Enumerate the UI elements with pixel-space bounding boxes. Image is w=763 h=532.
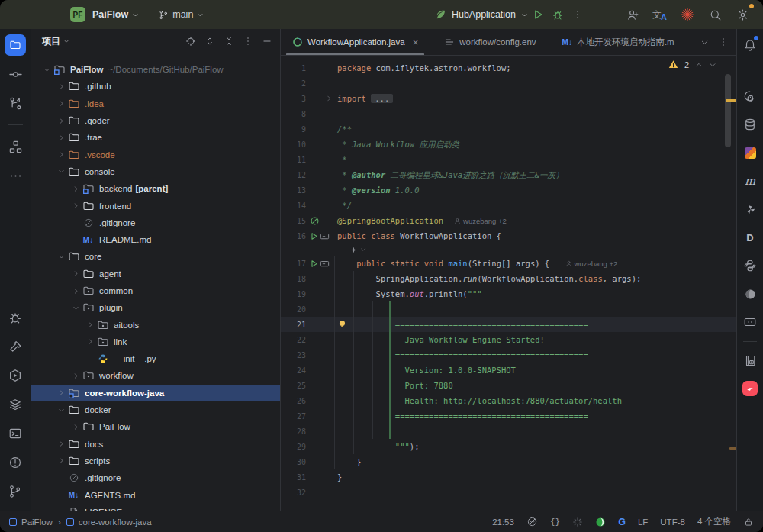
chevron-down-icon[interactable] (55, 253, 67, 260)
more-run-options-icon[interactable] (568, 5, 588, 24)
chevron-right-icon[interactable] (69, 185, 82, 192)
code-line[interactable]: 15@SpringBootApplicationwuzebang +2 (281, 213, 736, 228)
code-line[interactable]: 22 Java Workflow Engine Started! (281, 332, 736, 347)
tree-row[interactable]: docs (31, 436, 280, 453)
pull-requests-tool-icon[interactable] (5, 92, 26, 114)
tree-row[interactable]: common (31, 282, 280, 299)
breadcrumb-item[interactable]: core-workflow-java (66, 517, 152, 527)
code-line[interactable]: 25 Port: 7880 (281, 378, 736, 393)
chevron-right-icon[interactable] (69, 288, 82, 295)
code-line[interactable]: 31} (281, 469, 736, 485)
close-tab-icon[interactable]: × (413, 37, 419, 48)
author-hint[interactable]: wuzebang +2 (565, 260, 618, 268)
code-style-icon[interactable]: {} (550, 517, 560, 527)
tree-row[interactable]: scripts (31, 453, 280, 469)
intention-bulb-icon[interactable] (337, 319, 347, 329)
chevron-right-icon[interactable] (84, 321, 96, 328)
encoding[interactable]: UTF-8 (660, 517, 685, 527)
chevron-right-icon[interactable] (84, 338, 96, 345)
code-line[interactable]: 13 * @version 1.0.0 (281, 182, 736, 198)
tree-row[interactable]: core-workflow-java (31, 385, 280, 401)
code-line[interactable]: 27 =====================================… (281, 408, 736, 424)
code-line[interactable]: 21 =====================================… (281, 317, 736, 332)
chevron-down-icon[interactable] (40, 66, 53, 73)
python-packages-icon[interactable] (741, 256, 759, 275)
tree-row[interactable]: link (31, 334, 280, 350)
line-ending[interactable]: LF (638, 517, 648, 527)
chevron-down-icon[interactable] (69, 305, 82, 311)
highlighting-level-icon[interactable] (526, 516, 538, 527)
editor-tab[interactable]: M↓本地开发环境启动指南.m (555, 29, 682, 55)
more-tools-icon[interactable] (5, 165, 26, 186)
build-tool-icon[interactable] (5, 336, 26, 357)
inspection-widget[interactable]: 2 (668, 60, 716, 69)
chevron-right-icon[interactable] (55, 134, 67, 141)
chevron-right-icon[interactable] (69, 424, 82, 430)
tree-row[interactable]: .gitignore (31, 469, 280, 486)
branch-switcher[interactable]: main (159, 9, 204, 20)
run-line-icon[interactable] (310, 260, 318, 268)
tab-options-icon[interactable] (718, 37, 729, 47)
maven-icon[interactable] (741, 143, 759, 162)
tree-row[interactable]: .gitignore (31, 214, 280, 231)
tree-row[interactable]: .vscode (31, 146, 280, 163)
project-panel-title[interactable]: 项目 (42, 35, 69, 48)
code-line[interactable]: 26 Health: http://localhost:7880/actuato… (281, 393, 736, 408)
code-line[interactable]: 8 (281, 106, 736, 121)
code-line[interactable]: 20 (281, 301, 736, 317)
chevron-right-icon[interactable] (55, 151, 67, 158)
chevron-right-icon[interactable] (69, 372, 82, 379)
code-line[interactable]: 24 Version: 1.0.0-SNAPSHOT (281, 363, 736, 378)
select-opened-file-icon[interactable] (185, 36, 196, 47)
indent-config[interactable]: 4 个空格 (697, 516, 731, 527)
code-with-me-icon[interactable] (623, 5, 642, 24)
debug-tool-icon[interactable] (5, 307, 26, 328)
author-hint[interactable]: wuzebang +2 (454, 217, 507, 225)
notifications-icon[interactable] (741, 36, 759, 54)
run-configuration[interactable]: HubApplication (435, 9, 528, 21)
tree-row[interactable]: __init__.py (31, 350, 280, 367)
tree-row[interactable]: core (31, 248, 280, 265)
tree-row[interactable]: docker (31, 401, 280, 418)
close-window-button[interactable] (14, 10, 23, 19)
pinwheel-plugin-icon[interactable] (741, 200, 759, 218)
run-button[interactable] (528, 5, 548, 24)
run-config-gutter-icon[interactable] (320, 231, 330, 241)
services-tool-icon[interactable] (5, 365, 26, 386)
tree-row[interactable]: plugin (31, 299, 280, 316)
version-control-tool-icon[interactable] (5, 481, 26, 502)
ai-assistant-icon[interactable] (741, 87, 759, 105)
database-icon[interactable] (741, 115, 759, 134)
tree-row[interactable]: backend[parent] (31, 180, 280, 197)
prev-problem-icon[interactable] (695, 61, 703, 69)
dictionary-book-icon[interactable] (741, 351, 759, 369)
chevron-right-icon[interactable] (55, 100, 67, 107)
expand-all-icon[interactable] (204, 36, 215, 47)
code-line[interactable]: 11 * (281, 152, 736, 167)
minimize-window-button[interactable] (29, 10, 38, 19)
chevron-right-icon[interactable] (55, 457, 67, 464)
tree-row[interactable]: aitools (31, 316, 280, 333)
caret-position[interactable]: 21:53 (492, 517, 514, 527)
code-line[interactable]: 28 (281, 424, 736, 439)
settings-gear-icon[interactable] (732, 5, 752, 24)
code-line[interactable]: 12 * @author 二哥编程星球&Java进阶之路（沉默王二&一灰） (281, 167, 736, 182)
tree-row[interactable]: .qoder (31, 112, 280, 129)
tree-row[interactable]: .github (31, 78, 280, 95)
m-plugin-icon[interactable]: m (741, 172, 759, 190)
tree-row[interactable]: agent (31, 266, 280, 282)
project-switcher[interactable]: PaiFlow (92, 9, 139, 20)
ai-inlay[interactable] (281, 243, 736, 256)
code-line[interactable]: 2 (281, 76, 736, 91)
chevron-right-icon[interactable] (55, 118, 67, 124)
code-line[interactable]: 10 * Java Workflow 应用启动类 (281, 137, 736, 152)
chevron-right-icon[interactable] (55, 440, 67, 447)
problems-tool-icon[interactable] (5, 452, 26, 473)
todo-card-icon[interactable] (741, 313, 759, 331)
google-icon[interactable]: G (618, 517, 626, 527)
translate-icon[interactable]: 文A (650, 5, 670, 24)
collapse-all-icon[interactable] (224, 36, 234, 47)
tree-row[interactable]: PaiFlow (31, 418, 280, 435)
tree-row[interactable]: workflow (31, 367, 280, 384)
tree-row[interactable]: M↓AGENTS.md (31, 486, 280, 503)
